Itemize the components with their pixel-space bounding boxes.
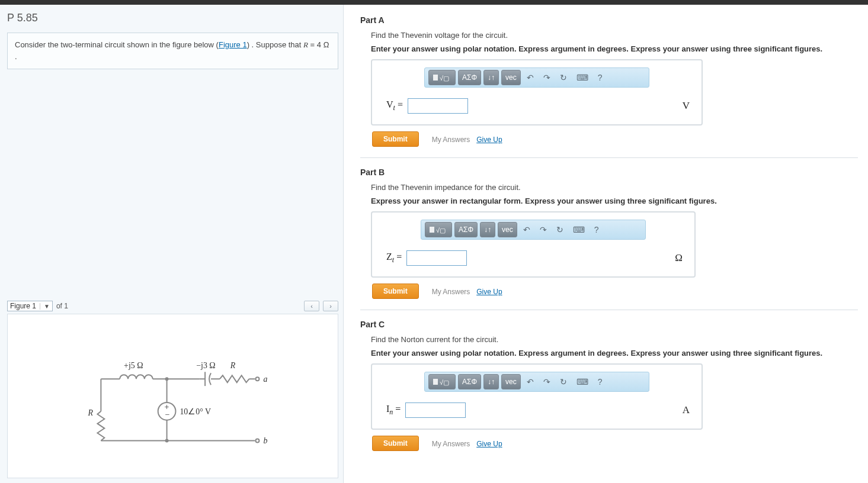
- svg-rect-14: [433, 75, 438, 80]
- answer-input-vt[interactable]: [408, 98, 468, 114]
- answer-unit: Ω: [675, 252, 683, 264]
- problem-code: P 5.85: [7, 12, 338, 24]
- submit-button[interactable]: Submit: [372, 131, 419, 147]
- templates-button[interactable]: √▢: [428, 70, 456, 85]
- submit-button[interactable]: Submit: [372, 284, 419, 299]
- figure-prev-button[interactable]: ‹: [304, 301, 319, 311]
- part-instruction: Find the Thevenin impedance for the circ…: [371, 183, 862, 192]
- reset-button[interactable]: ↻: [553, 222, 567, 237]
- redo-button[interactable]: ↷: [540, 374, 554, 389]
- svg-text:+j5 Ω: +j5 Ω: [124, 361, 143, 370]
- vec-button[interactable]: vec: [501, 70, 521, 85]
- part-instruction: Find the Thevenin voltage for the circui…: [371, 31, 862, 40]
- give-up-link[interactable]: Give Up: [476, 288, 502, 296]
- svg-rect-18: [433, 379, 438, 385]
- redo-button[interactable]: ↷: [540, 70, 554, 85]
- figure-canvas: + − +j5 Ω −j3 Ω R R 10∠0° V a b: [7, 314, 338, 478]
- problem-statement: Consider the two-terminal circuit shown …: [7, 33, 338, 69]
- answer-box: √▢ ΑΣΦ ↓↑ vec ↶ ↷ ↻ ⌨ ? Vt = V: [371, 59, 703, 125]
- answer-box: √▢ ΑΣΦ ↓↑ vec ↶ ↷ ↻ ⌨ ? In = A: [371, 363, 703, 430]
- equation-toolbar: √▢ ΑΣΦ ↓↑ vec ↶ ↷ ↻ ⌨ ?: [424, 372, 649, 392]
- templates-button[interactable]: √▢: [428, 374, 456, 389]
- answer-unit: A: [683, 404, 690, 416]
- figure-next-button[interactable]: ›: [323, 301, 338, 311]
- submit-button[interactable]: Submit: [372, 436, 419, 451]
- svg-point-4: [165, 439, 169, 442]
- part-hint: Express your answer in rectangular form.…: [371, 197, 862, 205]
- my-answers-link[interactable]: My Answers: [432, 440, 470, 448]
- part-hint: Enter your answer using polar notation. …: [371, 349, 862, 358]
- redo-button[interactable]: ↷: [536, 222, 550, 237]
- problem-column: P 5.85 Consider the two-terminal circuit…: [0, 5, 344, 483]
- subsup-button[interactable]: ↓↑: [480, 222, 495, 237]
- reset-button[interactable]: ↻: [556, 70, 571, 85]
- part-title: Part C: [360, 320, 862, 329]
- equation-toolbar: √▢ ΑΣΦ ↓↑ vec ↶ ↷ ↻ ⌨ ?: [421, 220, 646, 240]
- help-button[interactable]: ?: [591, 222, 603, 237]
- answer-box: √▢ ΑΣΦ ↓↑ vec ↶ ↷ ↻ ⌨ ? Zt = Ω: [371, 211, 696, 278]
- svg-text:√▢: √▢: [440, 75, 449, 82]
- keyboard-button[interactable]: ⌨: [569, 222, 588, 237]
- templates-button[interactable]: √▢: [425, 222, 452, 237]
- svg-text:−j3 Ω: −j3 Ω: [196, 361, 215, 370]
- svg-rect-16: [430, 227, 434, 233]
- answer-unit: V: [683, 100, 690, 112]
- my-answers-link[interactable]: My Answers: [432, 288, 470, 296]
- give-up-link[interactable]: Give Up: [476, 440, 502, 448]
- part-title: Part B: [360, 168, 862, 177]
- part-b: Part B Find the Thevenin impedance for t…: [360, 168, 862, 299]
- answer-symbol: In =: [386, 404, 401, 417]
- undo-button[interactable]: ↶: [520, 222, 534, 237]
- my-answers-link[interactable]: My Answers: [432, 136, 470, 144]
- svg-text:b: b: [263, 436, 267, 445]
- undo-button[interactable]: ↶: [523, 70, 537, 85]
- answer-input-zt[interactable]: [406, 250, 467, 266]
- answer-input-in[interactable]: [405, 402, 466, 418]
- vec-button[interactable]: vec: [501, 374, 521, 389]
- svg-text:10∠0° V: 10∠0° V: [180, 407, 211, 416]
- vec-button[interactable]: vec: [498, 222, 517, 237]
- svg-text:−: −: [165, 410, 170, 419]
- answer-symbol: Zt =: [386, 252, 402, 265]
- help-button[interactable]: ?: [594, 374, 606, 389]
- svg-point-2: [255, 439, 259, 442]
- give-up-link[interactable]: Give Up: [476, 136, 502, 144]
- figure-count: of 1: [56, 302, 68, 310]
- equation-toolbar: √▢ ΑΣΦ ↓↑ vec ↶ ↷ ↻ ⌨ ?: [424, 67, 649, 88]
- svg-point-3: [165, 377, 169, 381]
- app-topbar: [0, 0, 868, 5]
- svg-text:√▢: √▢: [436, 227, 446, 234]
- svg-text:a: a: [263, 375, 267, 384]
- answer-column: Part A Find the Thevenin voltage for the…: [344, 5, 868, 483]
- svg-text:R: R: [88, 408, 94, 417]
- help-button[interactable]: ?: [594, 70, 606, 85]
- svg-text:√▢: √▢: [440, 379, 449, 386]
- subsup-button[interactable]: ↓↑: [483, 374, 499, 389]
- chevron-down-icon: ▼: [40, 303, 50, 310]
- keyboard-button[interactable]: ⌨: [573, 70, 592, 85]
- greek-button[interactable]: ΑΣΦ: [458, 374, 481, 389]
- reset-button[interactable]: ↻: [556, 374, 571, 389]
- part-c: Part C Find the Norton current for the c…: [360, 320, 862, 451]
- figure-select[interactable]: Figure 1 ▼: [7, 301, 53, 311]
- greek-button[interactable]: ΑΣΦ: [458, 70, 481, 85]
- svg-point-1: [255, 377, 259, 381]
- part-title: Part A: [360, 15, 862, 25]
- greek-button[interactable]: ΑΣΦ: [454, 222, 478, 237]
- figure-panel: Figure 1 ▼ of 1 ‹ ›: [7, 300, 338, 478]
- part-hint: Enter your answer using polar notation. …: [371, 44, 862, 53]
- part-instruction: Find the Norton current for the circuit.: [371, 335, 862, 344]
- subsup-button[interactable]: ↓↑: [483, 70, 499, 85]
- undo-button[interactable]: ↶: [523, 374, 537, 389]
- part-a: Part A Find the Thevenin voltage for the…: [360, 15, 862, 147]
- answer-symbol: Vt =: [386, 99, 403, 112]
- figure-link[interactable]: Figure 1: [219, 40, 247, 49]
- keyboard-button[interactable]: ⌨: [573, 374, 592, 389]
- svg-text:R: R: [230, 361, 236, 370]
